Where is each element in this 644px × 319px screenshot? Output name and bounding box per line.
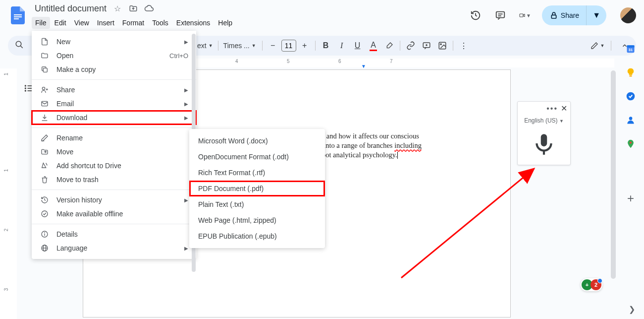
comments-icon[interactable] xyxy=(494,9,506,21)
font-select[interactable]: Times ...▼ xyxy=(221,42,259,50)
more-toolbar-icon[interactable]: ⋮ xyxy=(456,39,471,53)
star-icon[interactable]: ☆ xyxy=(111,2,123,14)
voice-language-select[interactable]: English (US) ▼ xyxy=(518,115,570,126)
move-icon xyxy=(40,148,50,156)
menu-format[interactable]: Format xyxy=(119,17,148,29)
menu-file[interactable]: File xyxy=(32,17,50,29)
rename-icon xyxy=(40,134,50,142)
menu-email[interactable]: Email ▶ xyxy=(32,97,196,111)
svg-rect-6 xyxy=(520,14,523,17)
voice-close-icon[interactable]: ✕ xyxy=(561,104,567,113)
keep-app-icon[interactable] xyxy=(626,67,636,77)
bold-button[interactable]: B xyxy=(319,39,333,53)
text-color-button[interactable]: A xyxy=(366,39,381,53)
italic-button[interactable]: I xyxy=(334,39,349,53)
add-comment-button[interactable] xyxy=(419,39,434,53)
svg-point-38 xyxy=(629,117,633,120)
hide-sidepanel-icon[interactable]: ❯ xyxy=(629,305,635,314)
search-menus-icon[interactable] xyxy=(12,37,27,54)
move-folder-icon[interactable] xyxy=(127,2,139,14)
menu-move[interactable]: Move xyxy=(32,145,196,159)
menu-extensions[interactable]: Extensions xyxy=(173,17,214,29)
download-icon xyxy=(40,114,50,122)
share-button[interactable]: Share ▼ xyxy=(542,5,606,25)
download-odt[interactable]: OpenDocument Format (.odt) xyxy=(189,149,325,165)
share-dropdown-icon[interactable]: ▼ xyxy=(586,5,606,25)
menu-open[interactable]: Open Ctrl+O xyxy=(32,49,196,63)
voice-more-icon[interactable]: ••• xyxy=(546,104,558,113)
menu-share[interactable]: Share ▶ xyxy=(32,83,196,97)
svg-point-27 xyxy=(45,233,45,233)
docs-logo-icon[interactable] xyxy=(8,5,28,25)
meet-icon[interactable]: ▼ xyxy=(519,9,531,21)
account-avatar[interactable] xyxy=(620,7,636,23)
svg-rect-1 xyxy=(14,16,22,17)
menu-edit[interactable]: Edit xyxy=(51,17,70,29)
calendar-app-icon[interactable]: 31 xyxy=(626,44,636,54)
add-on-plus-icon[interactable]: + xyxy=(627,191,634,205)
svg-point-12 xyxy=(440,44,441,45)
menu-offline[interactable]: Make available offline xyxy=(32,207,196,221)
menu-new[interactable]: New ▶ xyxy=(32,35,196,49)
menu-move-to-trash[interactable]: Move to trash xyxy=(32,173,196,187)
svg-point-39 xyxy=(630,141,632,143)
maps-app-icon[interactable] xyxy=(626,139,636,149)
menu-details[interactable]: Details xyxy=(32,227,196,241)
menu-rename[interactable]: Rename xyxy=(32,131,196,145)
drive-shortcut-icon xyxy=(40,162,50,170)
voice-typing-panel: ••• ✕ English (US) ▼ xyxy=(517,101,571,165)
submenu-arrow-icon: ▶ xyxy=(184,197,188,203)
download-submenu: Microsoft Word (.docx) OpenDocument Form… xyxy=(189,129,325,248)
menu-make-copy[interactable]: Make a copy xyxy=(32,63,196,76)
document-title[interactable]: Untitled document xyxy=(32,2,109,15)
trash-icon xyxy=(40,176,50,184)
page-scrollbar[interactable] xyxy=(610,68,616,282)
offline-icon xyxy=(40,210,50,218)
menu-language[interactable]: Language ▶ xyxy=(32,241,196,255)
svg-rect-2 xyxy=(14,18,19,19)
svg-rect-7 xyxy=(551,15,556,18)
download-epub[interactable]: EPUB Publication (.epub) xyxy=(189,228,325,244)
share-person-icon xyxy=(40,86,50,94)
folder-icon xyxy=(40,52,50,60)
decrease-font-icon[interactable]: − xyxy=(266,39,280,53)
highlight-button[interactable] xyxy=(382,39,397,53)
cloud-saved-icon[interactable] xyxy=(143,2,155,14)
svg-point-14 xyxy=(25,88,26,89)
submenu-arrow-icon: ▶ xyxy=(184,87,188,93)
download-pdf[interactable]: PDF Document (.pdf) xyxy=(189,181,325,196)
submenu-arrow-icon: ▶ xyxy=(184,115,188,121)
menu-version-history[interactable]: Version history ▶ xyxy=(32,193,196,207)
menu-download[interactable]: Download ▶ xyxy=(32,111,196,125)
underline-button[interactable]: U xyxy=(350,39,365,53)
insert-link-button[interactable] xyxy=(403,39,418,53)
svg-point-15 xyxy=(25,90,26,91)
download-docx[interactable]: Microsoft Word (.docx) xyxy=(189,133,325,149)
globe-icon xyxy=(40,244,50,252)
copy-icon xyxy=(40,65,50,73)
increase-font-icon[interactable]: + xyxy=(297,39,312,53)
editing-mode-button[interactable]: ▼ xyxy=(590,39,605,53)
menu-insert[interactable]: Insert xyxy=(94,17,118,29)
svg-rect-0 xyxy=(14,14,22,15)
download-html[interactable]: Web Page (.html, zipped) xyxy=(189,212,325,228)
download-rtf[interactable]: Rich Text Format (.rtf) xyxy=(189,165,325,181)
menu-tools[interactable]: Tools xyxy=(149,17,172,29)
contacts-app-icon[interactable] xyxy=(626,115,636,125)
styles-select[interactable]: ext▼ xyxy=(195,42,215,50)
svg-point-8 xyxy=(16,41,21,47)
voice-mic-button[interactable] xyxy=(518,126,570,165)
menu-add-shortcut[interactable]: Add shortcut to Drive xyxy=(32,159,196,173)
svg-rect-3 xyxy=(496,12,505,18)
menu-view[interactable]: View xyxy=(71,17,93,29)
grammar-badge[interactable]: + 2 xyxy=(581,278,602,291)
menu-help[interactable]: Help xyxy=(215,17,236,29)
download-txt[interactable]: Plain Text (.txt) xyxy=(189,196,325,212)
history-icon xyxy=(40,196,50,204)
submenu-arrow-icon: ▶ xyxy=(184,246,188,251)
history-icon[interactable] xyxy=(470,9,482,21)
svg-line-9 xyxy=(20,46,23,48)
insert-image-button[interactable] xyxy=(435,39,450,53)
font-size-input[interactable]: 11 xyxy=(281,40,296,52)
tasks-app-icon[interactable] xyxy=(626,91,636,101)
